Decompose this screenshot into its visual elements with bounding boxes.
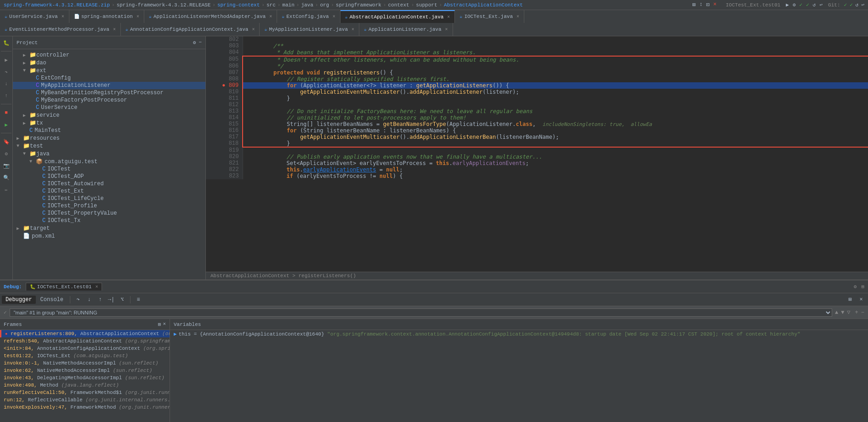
tab-console[interactable]: Console: [37, 296, 67, 304]
tree-item-ioctest-ext[interactable]: C IOCTest_Ext: [13, 188, 205, 195]
frame-item-5[interactable]: invoke:62, NativeMethodAccessorImpl (sun…: [0, 367, 170, 374]
tree-item-ext[interactable]: ▼ 📁 ext: [13, 67, 205, 74]
tree-item-mybeanfactory[interactable]: C MyBeanFactoryPostProcessor: [13, 97, 205, 104]
thread-filter-icon[interactable]: ▽: [847, 309, 850, 316]
tree-item-tx[interactable]: ▶ 📁 tx: [13, 119, 205, 127]
tree-item-ioctest[interactable]: C IOCTest: [13, 165, 205, 173]
debug-layout-btn[interactable]: ⊞: [845, 295, 855, 305]
frames-expand-icon[interactable]: ⊞: [158, 321, 161, 327]
thread-minus-icon[interactable]: −: [861, 309, 864, 316]
frame-item-7[interactable]: invoke:498, Method (java.lang.reflect): [0, 382, 170, 389]
debug-run-cursor-btn[interactable]: →|: [106, 295, 116, 305]
debug-step-into-btn[interactable]: ↓: [84, 295, 94, 305]
debug-close-btn[interactable]: ×: [856, 295, 866, 305]
pen-icon[interactable]: ✏: [2, 185, 11, 194]
code-line-811: 811 }: [206, 95, 868, 102]
tree-item-dao[interactable]: ▶ 📁 dao: [13, 59, 205, 67]
tree-item-ioctest-autowired[interactable]: C IOCTest_Autowired: [13, 180, 205, 188]
tab-applistener[interactable]: ☕ ApplicationListener.java ×: [359, 23, 453, 36]
thread-up-icon[interactable]: ▲: [835, 309, 838, 316]
code-line-822: 822 this.earlyApplicationEvents = null;: [206, 166, 868, 173]
tree-item-service[interactable]: ▶ 📁 service: [13, 111, 205, 119]
tree-item-maintest[interactable]: C MainTest: [13, 127, 205, 134]
tree-item-ioctest-propvalue[interactable]: C IOCTest_PropertyValue: [13, 210, 205, 217]
breadcrumb-release[interactable]: spring-framework-4.3.12.RELEASE: [117, 2, 211, 8]
debug-icon[interactable]: 🐛: [2, 38, 11, 47]
sidebar-gear-icon[interactable]: ⚙: [193, 40, 196, 46]
settings-icon[interactable]: ⚙: [2, 149, 11, 158]
tab-extconfig[interactable]: ☕ ExtConfig.java ×: [277, 10, 340, 23]
tree-item-test[interactable]: ▼ 📁 test: [13, 142, 205, 150]
resume-icon[interactable]: ▶: [2, 120, 11, 129]
debug-session-tab[interactable]: 🐛 IOCTest_Ext.test01 ×: [26, 283, 102, 291]
tab-annotationconfig[interactable]: ☕ AnnotationConfigApplicationContext.jav…: [121, 23, 260, 36]
frame-item-2[interactable]: <init>:84, AnnotationConfigApplicationCo…: [0, 345, 170, 352]
frame-item-1[interactable]: refresh:540, AbstractApplicationContext …: [0, 337, 170, 345]
tab-spring-annotation[interactable]: 📄 spring-annotation ×: [69, 10, 144, 23]
debug-frames-btn[interactable]: ≡: [133, 295, 143, 305]
frames-close-icon[interactable]: ×: [163, 321, 166, 327]
tree-item-mybeandefregistry[interactable]: C MyBeanDefinitionRegistryPostProcessor: [13, 89, 205, 97]
settings-debug-icon[interactable]: ⚙: [854, 284, 857, 290]
frame-item-10[interactable]: invokeExplosively:47, FrameworkMethod (o…: [0, 404, 170, 411]
tree-item-target[interactable]: ▶ 📁 target: [13, 224, 205, 232]
tree-item-extconfig[interactable]: C ExtConfig: [13, 74, 205, 82]
tab-ioctest-ext[interactable]: ☕ IOCTest_Ext.java ×: [455, 10, 524, 23]
tree-item-java[interactable]: ▼ 📁 java: [13, 150, 205, 158]
frame-item-0[interactable]: ● registerListeners:809, AbstractApplica…: [0, 330, 170, 337]
tab-userservice[interactable]: ☕ UserService.java ×: [0, 10, 69, 23]
frame-item-8[interactable]: runReflectiveCall:50, FrameworkMethod$1 …: [0, 389, 170, 396]
frame-item-3[interactable]: test01:22, IOCTest_Ext (com.atguigu.test…: [0, 352, 170, 359]
breadcrumb-class[interactable]: AbstractApplicationContext: [444, 2, 523, 8]
breadcrumb-springframework[interactable]: springframework: [336, 2, 381, 8]
breadcrumb-src[interactable]: src: [267, 2, 276, 8]
step-out-icon[interactable]: ↑: [2, 91, 11, 100]
tree-item-myapplistener[interactable]: C MyApplicationListener: [13, 82, 205, 89]
tree-item-ioctest-profile[interactable]: C IOCTest_Profile: [13, 202, 205, 210]
variables-label: Variables: [174, 322, 201, 327]
tree-item-ioctest-lifecycle[interactable]: C IOCTest_LifeCycle: [13, 195, 205, 202]
frame-item-9[interactable]: run:12, ReflectiveCallable (org.junit.in…: [0, 396, 170, 404]
breadcrumb-support[interactable]: support: [416, 2, 437, 8]
tab-abstractappcontext[interactable]: ☕ AbstractApplicationContext.java ×: [340, 10, 455, 23]
debug-step-out-btn[interactable]: ↑: [95, 295, 105, 305]
debug-step-over-btn[interactable]: ↷: [73, 295, 83, 305]
breadcrumb-zip[interactable]: spring-framework-4.3.12.RELEASE.zip: [4, 2, 110, 8]
camera-icon[interactable]: 📷: [2, 161, 11, 170]
run-icon[interactable]: ▶: [2, 55, 11, 64]
editor-content[interactable]: 802 803 /** 804 * Add beans that impleme…: [206, 36, 868, 272]
tree-item-com-atguigu[interactable]: ▼ 📦 com.atguigu.test: [13, 158, 205, 165]
sidebar-close-icon[interactable]: −: [199, 40, 202, 46]
frame-item-4[interactable]: invoke:0:-1, NativeMethodAccessorImpl (s…: [0, 359, 170, 367]
tree-item-ioctest-aop[interactable]: C IOCTest_AOP: [13, 173, 205, 180]
thread-selector: ✓ "main" #1 in group "main": RUNNING ▲ ▼…: [0, 306, 868, 319]
stop-icon[interactable]: ■: [2, 108, 11, 117]
tree-item-userservice[interactable]: C UserService: [13, 104, 205, 111]
tree-item-pom[interactable]: 📄 pom.xml: [13, 232, 205, 240]
thread-add-icon[interactable]: +: [855, 309, 858, 316]
tab-myapplistener[interactable]: ☕ MyApplicationListener.java ×: [260, 23, 359, 36]
breadcrumb-java[interactable]: java: [301, 2, 313, 8]
bookmark-icon[interactable]: 🔖: [2, 137, 11, 146]
tree-item-ioctest-tx[interactable]: C IOCTest_Tx: [13, 217, 205, 224]
variable-this: ▶ this = {AnnotationConfigApplicationCon…: [170, 330, 868, 338]
layout-icon[interactable]: ⊞: [861, 284, 864, 290]
breadcrumb-main[interactable]: main: [282, 2, 294, 8]
breadcrumb-org[interactable]: org: [320, 2, 329, 8]
breadcrumb-ctx-pkg[interactable]: context: [388, 2, 409, 8]
frame-item-6[interactable]: invoke:43, DelegatingMethodAccessorImpl …: [0, 374, 170, 382]
tab-eventlistener[interactable]: ☕ EventListenerMethodProcessor.java ×: [0, 23, 121, 36]
step-into-icon[interactable]: ↓: [2, 79, 11, 88]
search-left-icon[interactable]: 🔍: [2, 173, 11, 182]
code-table: 802 803 /** 804 * Add beans that impleme…: [206, 36, 868, 179]
thread-dropdown[interactable]: "main" #1 in group "main": RUNNING: [10, 308, 832, 317]
tree-item-resources[interactable]: ▶ 📁 resources: [13, 134, 205, 142]
debug-evaluate-btn[interactable]: ⌥: [117, 295, 127, 305]
tab-debugger[interactable]: Debugger: [2, 296, 36, 304]
thread-down-icon[interactable]: ▼: [841, 309, 844, 316]
tree-item-controller[interactable]: ▶ 📁 controller: [13, 51, 205, 59]
tab-applistenermethodadapter[interactable]: ☕ ApplicationListenerMethodAdapter.java …: [144, 10, 277, 23]
step-over-icon[interactable]: ↷: [2, 67, 11, 76]
code-line-803: 803 /**: [206, 43, 868, 49]
breadcrumb-context[interactable]: spring-context: [217, 2, 260, 8]
